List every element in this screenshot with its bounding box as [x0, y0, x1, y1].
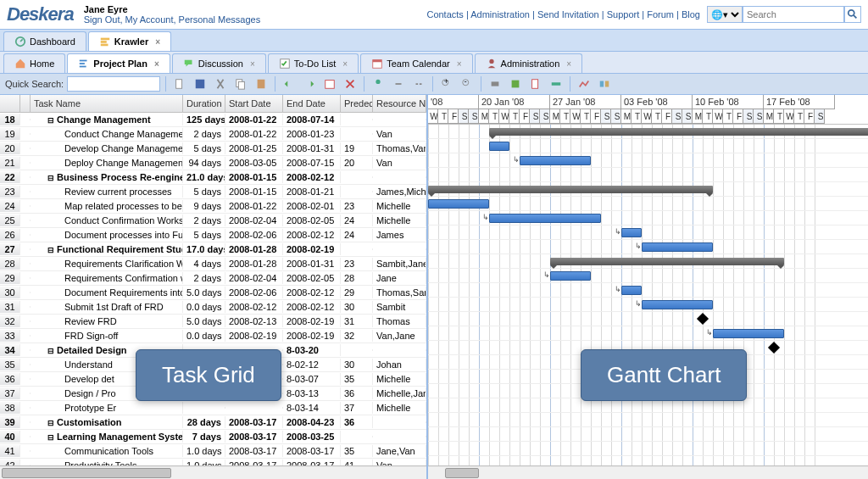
predecessor-cell[interactable]	[341, 119, 373, 120]
resource-cell[interactable]: Johan	[373, 359, 426, 370]
collapse-icon[interactable]: ⊟	[47, 419, 54, 427]
gantt-row[interactable]	[428, 398, 868, 413]
gantt-row[interactable]: ↳	[428, 326, 868, 341]
search-input[interactable]	[743, 6, 844, 23]
table-row[interactable]: 32 Review FRD5.0 days2008-02-132008-02-1…	[0, 315, 426, 329]
task-name-cell[interactable]: Develop Change Management Plan	[31, 142, 183, 154]
gantt-task-bar[interactable]	[489, 142, 509, 151]
table-row[interactable]: 30 Document Requirements into FRD5.0 day…	[0, 286, 426, 300]
resource-cell[interactable]: Van	[373, 157, 426, 169]
gantt-row[interactable]: ↳	[428, 211, 868, 226]
end-date-cell[interactable]: 2008-03-25	[283, 431, 341, 443]
toolbar-cut-button[interactable]	[212, 76, 229, 92]
duration-cell[interactable]	[183, 407, 225, 409]
gantt-task-bar[interactable]	[642, 300, 713, 309]
close-icon[interactable]: ×	[457, 59, 462, 69]
gantt-task-bar[interactable]	[550, 271, 591, 281]
end-date-cell[interactable]: 2008-07-15	[283, 157, 341, 169]
grid-hscroll[interactable]	[0, 465, 426, 479]
toolbar-paste-button[interactable]	[253, 76, 270, 92]
quick-search-input[interactable]	[67, 76, 160, 92]
contacts-link[interactable]: Contacts	[426, 9, 463, 19]
subtab-project-plan[interactable]: Project Plan ×	[67, 53, 170, 73]
start-date-cell[interactable]	[225, 349, 283, 351]
gantt-row[interactable]: ↳	[428, 226, 868, 240]
task-name-cell[interactable]: ⊟ Learning Management System	[31, 431, 183, 443]
task-name-cell[interactable]: Prototype Er	[31, 402, 183, 414]
predecessor-cell[interactable]: 32	[341, 330, 373, 342]
toolbar-new-button[interactable]	[171, 76, 188, 92]
resource-cell[interactable]: Michelle	[373, 373, 426, 385]
end-date-cell[interactable]: 2008-03-17	[283, 445, 341, 457]
toolbar-report-button[interactable]	[527, 76, 544, 92]
duration-cell[interactable]: 17.0 days	[183, 243, 225, 255]
table-row[interactable]: 39⊟ Customisation28 days2008-03-172008-0…	[0, 415, 426, 430]
start-date-cell[interactable]	[225, 407, 283, 409]
gantt-row[interactable]	[428, 125, 868, 139]
start-date-cell[interactable]: 2008-02-06	[225, 229, 283, 241]
tab-dashboard[interactable]: Dashboard	[3, 31, 86, 51]
table-row[interactable]: 36 Develop det8-03-0735Michelle	[0, 372, 426, 387]
end-date-cell[interactable]: 2008-02-12	[283, 287, 341, 298]
predecessor-cell[interactable]: 20	[341, 157, 373, 169]
resource-cell[interactable]	[373, 176, 426, 178]
table-row[interactable]: 26 Document processes into Functi5 days2…	[0, 228, 426, 242]
search-button[interactable]	[844, 6, 861, 23]
resource-cell[interactable]	[373, 119, 426, 120]
duration-cell[interactable]: 1.0 days	[183, 445, 225, 457]
collapse-icon[interactable]: ⊟	[47, 174, 54, 182]
predecessor-cell[interactable]: 31	[341, 315, 373, 327]
gantt-summary-bar[interactable]	[550, 258, 784, 265]
predecessor-cell[interactable]	[341, 349, 373, 351]
grid-body[interactable]: 18⊟ Change Management125 days2008-01-222…	[0, 113, 426, 465]
predecessor-cell[interactable]: 35	[341, 445, 373, 457]
toolbar-print-button[interactable]	[487, 76, 504, 92]
predecessor-cell[interactable]: 23	[341, 258, 373, 270]
gantt-row[interactable]: ↳	[428, 427, 868, 442]
toolbar-zoomin-button[interactable]: +	[438, 76, 455, 92]
task-name-cell[interactable]: Document processes into Functi	[31, 229, 183, 241]
close-icon[interactable]: ×	[250, 59, 255, 69]
predecessor-cell[interactable]	[341, 176, 373, 178]
end-date-cell[interactable]: 2008-04-23	[283, 416, 341, 428]
gantt-row[interactable]	[428, 197, 868, 211]
predecessor-cell[interactable]	[341, 436, 373, 437]
task-name-cell[interactable]: Design / Pro	[31, 387, 183, 399]
table-row[interactable]: 33 FRD Sign-off0.0 days2008-02-192008-02…	[0, 329, 426, 343]
gantt-row[interactable]	[428, 182, 868, 197]
resource-cell[interactable]: James	[373, 229, 426, 241]
predecessor-cell[interactable]: 19	[341, 142, 373, 154]
end-date-cell[interactable]: 2008-07-14	[283, 114, 341, 125]
gantt-hscroll[interactable]	[428, 465, 868, 479]
predecessor-cell[interactable]: 37	[341, 402, 373, 414]
table-row[interactable]: 19 Conduct Change Management Plan2 days2…	[0, 127, 426, 142]
gantt-row[interactable]: ↳	[428, 240, 868, 254]
end-date-cell[interactable]: 2008-02-19	[283, 243, 341, 255]
blog-link[interactable]: Blog	[682, 9, 700, 19]
resource-cell[interactable]: Van	[373, 128, 426, 140]
start-date-cell[interactable]: 2008-01-15	[225, 171, 283, 183]
gantt-milestone[interactable]	[768, 342, 780, 354]
toolbar-outdent-button[interactable]	[281, 76, 298, 92]
toolbar-delete-button[interactable]	[342, 76, 359, 92]
table-row[interactable]: 18⊟ Change Management125 days2008-01-222…	[0, 113, 426, 127]
forum-link[interactable]: Forum	[647, 9, 674, 19]
duration-cell[interactable]: 0.0 days	[183, 330, 225, 342]
end-date-cell[interactable]: 8-02-12	[283, 359, 341, 370]
end-date-cell[interactable]: 2008-02-12	[283, 301, 341, 313]
predecessor-cell[interactable]	[341, 191, 373, 192]
duration-cell[interactable]: 5.0 days	[183, 315, 225, 327]
task-name-cell[interactable]: Requirements Confirmation work	[31, 272, 183, 284]
task-name-cell[interactable]: FRD Sign-off	[31, 330, 183, 342]
duration-cell[interactable]: 9 days	[183, 200, 225, 212]
toolbar-export-button[interactable]	[507, 76, 524, 92]
table-row[interactable]: 24 Map related processes to best p9 days…	[0, 199, 426, 214]
start-date-cell[interactable]: 2008-03-17	[225, 431, 283, 443]
my-account-link[interactable]: My Account	[125, 14, 174, 25]
subtab-home[interactable]: Home	[3, 53, 65, 73]
start-date-cell[interactable]: 2008-02-04	[225, 272, 283, 284]
task-name-cell[interactable]: ⊟ Detailed Design	[31, 344, 183, 356]
table-row[interactable]: 34⊟ Detailed Design8-03-20	[0, 343, 426, 358]
end-date-cell[interactable]: 2008-02-05	[283, 272, 341, 284]
close-icon[interactable]: ×	[155, 37, 160, 47]
